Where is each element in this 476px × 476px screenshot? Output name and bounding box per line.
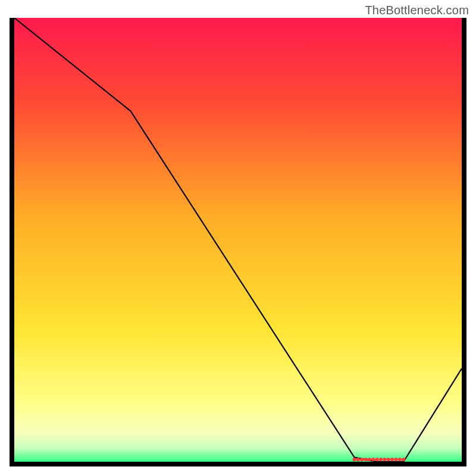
svg-point-2 (360, 458, 364, 461)
svg-point-13 (402, 458, 405, 461)
svg-point-0 (352, 458, 356, 461)
svg-point-6 (375, 458, 379, 461)
svg-point-4 (368, 458, 371, 461)
svg-point-8 (383, 458, 386, 461)
gradient-background (12, 18, 464, 464)
svg-point-12 (398, 458, 402, 461)
svg-point-9 (387, 458, 390, 461)
svg-point-5 (371, 458, 375, 461)
svg-point-3 (364, 458, 368, 461)
chart-svg (10, 18, 466, 466)
svg-point-7 (379, 458, 383, 461)
svg-point-1 (356, 458, 360, 461)
chart-container (10, 18, 466, 466)
svg-point-11 (394, 458, 397, 461)
svg-point-10 (390, 458, 394, 461)
watermark-text: TheBottleneck.com (365, 4, 469, 17)
